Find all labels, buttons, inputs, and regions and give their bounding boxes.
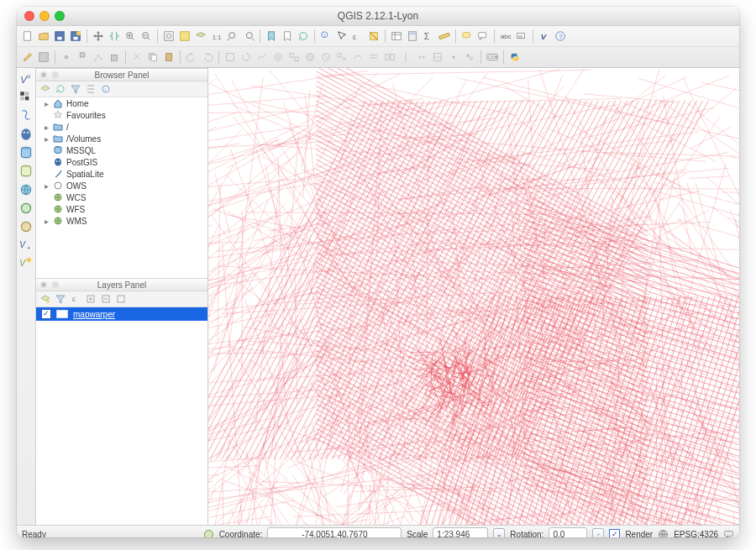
browser-tree[interactable]: ▸HomeFavourites▸/▸/VolumesMSSQLPostGISSp… xyxy=(36,97,207,278)
zoom-next-icon[interactable] xyxy=(241,29,256,44)
redo-icon[interactable] xyxy=(200,50,215,65)
expand-caret-icon[interactable]: ▸ xyxy=(43,217,50,226)
move-feature-icon[interactable] xyxy=(75,50,90,65)
split-icon[interactable] xyxy=(382,50,397,65)
delete-part-icon[interactable] xyxy=(334,50,349,65)
rotate-feature-icon[interactable] xyxy=(239,50,254,65)
layer-item-mapwarper[interactable]: ✓ mapwarper xyxy=(36,307,207,321)
new-bookmark-icon[interactable] xyxy=(264,29,279,44)
style-manager-icon[interactable] xyxy=(39,293,51,305)
add-spatialite-icon[interactable] xyxy=(18,108,34,123)
show-bookmarks-icon[interactable] xyxy=(280,29,295,44)
window-close-button[interactable] xyxy=(24,11,34,21)
zoom-last-icon[interactable] xyxy=(225,29,240,44)
zoom-out-icon[interactable] xyxy=(139,29,154,44)
measure-icon[interactable] xyxy=(437,29,452,44)
rotation-stepper[interactable]: ◦ xyxy=(592,528,604,537)
add-feature-icon[interactable] xyxy=(59,50,74,65)
label-settings-icon[interactable]: ab xyxy=(514,29,529,44)
add-part-icon[interactable] xyxy=(286,50,302,65)
paste-icon[interactable] xyxy=(161,50,176,65)
new-project-icon[interactable] xyxy=(20,29,35,44)
layers-tree[interactable]: ✓ mapwarper xyxy=(36,307,207,525)
rotation-input[interactable] xyxy=(549,527,587,537)
digitize-icon[interactable] xyxy=(223,50,238,65)
map-tips-icon[interactable] xyxy=(459,29,475,44)
select-feature-icon[interactable] xyxy=(334,29,349,44)
add-raster-layer-icon[interactable] xyxy=(18,90,34,105)
browser-item-wms[interactable]: ▸WMS xyxy=(36,215,207,227)
browser-item-ows[interactable]: ▸OWS xyxy=(36,180,207,191)
scale-lock-button[interactable]: ⌄ xyxy=(493,528,505,537)
layer-visibility-checkbox[interactable]: ✓ xyxy=(41,309,51,319)
add-delimited-icon[interactable]: V+ xyxy=(18,238,34,253)
split-parts-icon[interactable] xyxy=(398,50,413,65)
new-shapefile-icon[interactable]: V xyxy=(18,256,34,271)
add-oracle-icon[interactable] xyxy=(18,164,34,179)
deselect-icon[interactable] xyxy=(366,29,381,44)
messages-icon[interactable] xyxy=(723,529,734,538)
expand-all-icon[interactable] xyxy=(85,293,97,305)
map-canvas[interactable] xyxy=(208,68,739,525)
add-wcs-icon[interactable] xyxy=(18,201,34,216)
browser-item-home[interactable]: ▸Home xyxy=(36,97,207,109)
add-vector-layer-icon[interactable]: Vo xyxy=(18,71,34,86)
copy-icon[interactable] xyxy=(145,50,160,65)
filter-icon[interactable] xyxy=(55,293,66,305)
decoration-icon[interactable]: V xyxy=(537,29,552,44)
undo-icon[interactable] xyxy=(184,50,199,65)
fill-ring-icon[interactable] xyxy=(302,50,318,65)
merge-attr-icon[interactable] xyxy=(430,50,445,65)
collapse-all-layers-icon[interactable] xyxy=(100,293,112,305)
help-icon[interactable]: ? xyxy=(553,29,568,44)
crs-icon[interactable] xyxy=(658,529,669,538)
browser-item-volumes[interactable]: ▸/Volumes xyxy=(36,133,207,144)
filter-browser-icon[interactable] xyxy=(70,83,81,95)
annotation-icon[interactable] xyxy=(475,29,491,44)
attribute-table-icon[interactable] xyxy=(389,29,404,44)
browser-item-mssql[interactable]: MSSQL xyxy=(36,144,207,156)
browser-item-wcs[interactable]: WCS xyxy=(36,191,207,203)
window-minimize-button[interactable] xyxy=(39,11,50,21)
add-wfs-icon[interactable] xyxy=(18,219,34,234)
add-ring-icon[interactable] xyxy=(270,50,286,65)
delete-ring-icon[interactable] xyxy=(318,50,333,65)
offset-icon[interactable] xyxy=(366,50,381,65)
add-layer-icon[interactable] xyxy=(39,83,51,95)
browser-item-spatialite[interactable]: SpatiaLite xyxy=(36,168,207,180)
offset-point-icon[interactable] xyxy=(462,50,477,65)
titlebar[interactable]: QGIS 2.12.1-Lyon xyxy=(17,7,739,26)
edit-toggle-icon[interactable] xyxy=(20,50,35,65)
coordinate-input[interactable] xyxy=(267,527,402,537)
label-icon[interactable]: abc xyxy=(498,29,513,44)
zoom-native-icon[interactable]: 1:1 xyxy=(209,29,224,44)
csw-icon[interactable]: CSW xyxy=(485,50,500,65)
field-calculator-icon[interactable] xyxy=(405,29,420,44)
browser-item-favourites[interactable]: Favourites xyxy=(36,109,207,121)
browser-item-postgis[interactable]: PostGIS xyxy=(36,156,207,168)
reshape-icon[interactable] xyxy=(350,50,365,65)
pan-icon[interactable] xyxy=(91,29,106,44)
zoom-selection-icon[interactable] xyxy=(177,29,192,44)
save-as-icon[interactable] xyxy=(68,29,83,44)
python-console-icon[interactable] xyxy=(507,50,522,65)
open-project-icon[interactable] xyxy=(36,29,51,44)
expand-caret-icon[interactable]: ▸ xyxy=(43,134,50,144)
simplify-icon[interactable] xyxy=(255,50,270,65)
coordinate-capture-icon[interactable] xyxy=(203,529,214,538)
save-edits-icon[interactable] xyxy=(36,50,51,65)
render-checkbox[interactable]: ✓ xyxy=(609,529,620,538)
browser-item-wfs[interactable]: WFS xyxy=(36,203,207,215)
properties-icon[interactable]: i xyxy=(100,83,112,95)
window-zoom-button[interactable] xyxy=(55,11,65,21)
pan-selection-icon[interactable] xyxy=(107,29,122,44)
expand-caret-icon[interactable]: ▸ xyxy=(43,123,50,132)
expand-caret-icon[interactable]: ▸ xyxy=(43,181,50,191)
browser-item-[interactable]: ▸/ xyxy=(36,121,207,133)
refresh-icon[interactable] xyxy=(296,29,311,44)
scale-input[interactable] xyxy=(433,527,488,537)
collapse-all-icon[interactable] xyxy=(85,83,97,95)
add-mssql-icon[interactable] xyxy=(18,145,34,160)
zoom-layer-icon[interactable] xyxy=(193,29,208,44)
expand-caret-icon[interactable]: ▸ xyxy=(43,99,50,108)
